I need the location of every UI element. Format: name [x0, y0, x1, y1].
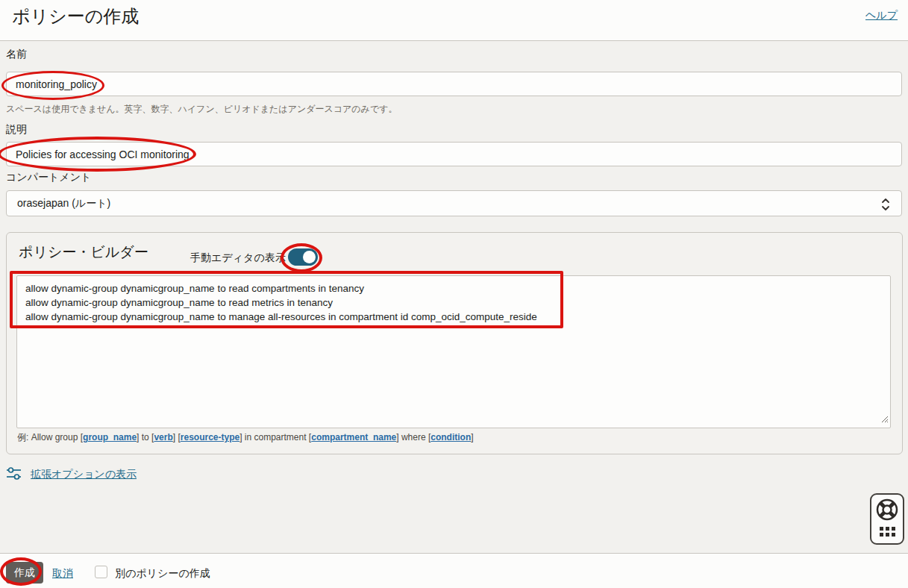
resize-handle-icon[interactable] — [879, 413, 889, 427]
create-button[interactable]: 作成 — [6, 562, 43, 584]
name-input[interactable] — [6, 72, 902, 96]
example-text: ] in compartment [ — [239, 432, 311, 442]
policy-builder-title: ポリシー・ビルダー — [19, 243, 148, 262]
create-another-checkbox[interactable] — [95, 566, 107, 578]
example-link-resource-type[interactable]: resource-type — [181, 432, 239, 442]
support-widget[interactable] — [870, 493, 904, 545]
example-link-compartment_name[interactable]: compartment_name — [311, 432, 396, 442]
page-title: ポリシーの作成 — [12, 4, 139, 28]
up-down-caret-icon — [880, 197, 891, 214]
manual-editor-toggle[interactable] — [288, 248, 318, 266]
toggle-knob — [303, 251, 316, 263]
compartment-selected-value: orasejapan (ルート) — [17, 197, 110, 210]
page-header: ポリシーの作成 ヘルプ — [0, 0, 908, 41]
compartment-label: コンパートメント — [6, 171, 91, 184]
policy-editor[interactable] — [16, 275, 891, 428]
drag-dots-icon — [880, 527, 895, 537]
compartment-select[interactable]: orasejapan (ルート) — [6, 190, 902, 216]
help-link[interactable]: ヘルプ — [865, 9, 898, 22]
create-policy-page: { "page": { "title": "ポリシーの作成", "help_li… — [0, 0, 908, 588]
advanced-options-link[interactable]: 拡張オプションの表示 — [31, 468, 137, 481]
policy-builder-section: ポリシー・ビルダー 手動エディタの表示 例: Allow group [grou… — [6, 232, 903, 454]
policy-editor-wrap — [16, 275, 891, 428]
example-link-verb[interactable]: verb — [154, 432, 172, 442]
example-text: ] to [ — [137, 432, 154, 442]
example-link-group_name[interactable]: group_name — [83, 432, 137, 442]
name-label: 名前 — [6, 48, 27, 61]
example-text: 例: Allow group [ — [17, 432, 83, 442]
example-link-condition[interactable]: condition — [430, 432, 471, 442]
cancel-link[interactable]: 取消 — [52, 567, 73, 581]
manual-editor-toggle-label: 手動エディタの表示 — [190, 251, 286, 265]
description-input[interactable] — [6, 142, 902, 166]
life-ring-icon — [875, 498, 899, 525]
advanced-options-row: 拡張オプションの表示 — [6, 466, 137, 483]
create-another-label: 別のポリシーの作成 — [115, 567, 210, 581]
description-label: 説明 — [6, 123, 27, 137]
footer-bar: 作成 取消 別のポリシーの作成 — [0, 553, 908, 588]
example-text: ] where [ — [396, 432, 430, 442]
policy-example: 例: Allow group [group_name] to [verb] [r… — [17, 431, 474, 444]
name-helper-text: スペースは使用できません。英字、数字、ハイフン、ピリオドまたはアンダースコアのみ… — [6, 103, 397, 116]
example-text: ] [ — [173, 432, 181, 442]
example-text: ] — [471, 432, 473, 442]
sliders-icon — [6, 466, 22, 484]
